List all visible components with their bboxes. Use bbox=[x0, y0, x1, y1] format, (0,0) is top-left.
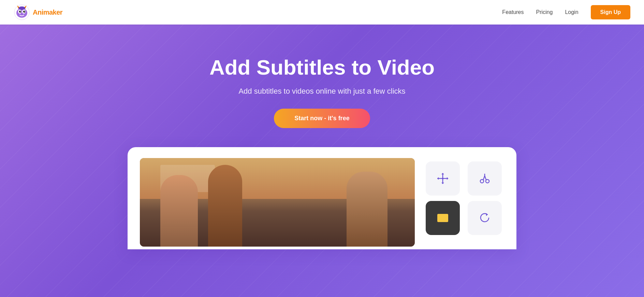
logo[interactable]: Animaker bbox=[14, 4, 62, 20]
navbar: Animaker Features Pricing Login Sign Up bbox=[0, 0, 644, 25]
hero-subtitle: Add subtitles to videos online with just… bbox=[238, 87, 405, 96]
svg-point-6 bbox=[20, 11, 21, 12]
scissors-tool-button[interactable] bbox=[468, 161, 502, 196]
svg-point-13 bbox=[442, 178, 444, 179]
hero-title: Add Subtitles to Video bbox=[209, 55, 435, 79]
move-icon bbox=[436, 172, 450, 185]
tool-panel bbox=[426, 158, 504, 235]
person-1 bbox=[160, 175, 198, 247]
person-3 bbox=[347, 172, 387, 247]
animaker-logo-icon bbox=[14, 4, 30, 20]
video-thumbnail bbox=[140, 158, 415, 247]
nav-login[interactable]: Login bbox=[565, 9, 578, 15]
signup-button[interactable]: Sign Up bbox=[591, 5, 630, 19]
person-2 bbox=[208, 165, 242, 247]
refresh-tool-button[interactable] bbox=[468, 201, 502, 235]
nav-features[interactable]: Features bbox=[502, 9, 524, 15]
svg-point-4 bbox=[19, 11, 21, 13]
svg-rect-19 bbox=[437, 214, 448, 222]
svg-point-7 bbox=[24, 11, 25, 12]
svg-point-10 bbox=[18, 6, 25, 10]
move-tool-button[interactable] bbox=[426, 161, 460, 196]
nav-pricing[interactable]: Pricing bbox=[536, 9, 553, 15]
hero-section: Add Subtitles to Video Add subtitles to … bbox=[0, 25, 644, 297]
people-background bbox=[140, 158, 415, 247]
demo-card bbox=[128, 147, 516, 249]
square-icon bbox=[435, 210, 450, 225]
square-tool-button[interactable] bbox=[426, 201, 460, 235]
nav-links: Features Pricing Login Sign Up bbox=[502, 5, 630, 19]
svg-line-17 bbox=[485, 176, 486, 180]
refresh-icon bbox=[478, 211, 492, 225]
svg-line-16 bbox=[483, 176, 485, 180]
scissors-icon bbox=[478, 172, 492, 185]
brand-name: Animaker bbox=[33, 9, 62, 16]
start-cta-button[interactable]: Start now - it's free bbox=[274, 109, 370, 128]
svg-point-5 bbox=[23, 11, 25, 13]
